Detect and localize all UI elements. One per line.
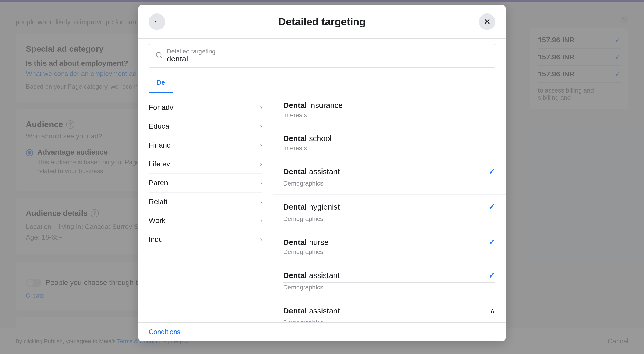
result-title: Dental nurse	[283, 237, 328, 247]
modal-backdrop: ← Detailed targeting ✕ Detailed targetin…	[0, 0, 644, 354]
sidebar-category-item[interactable]: For adv›	[149, 98, 262, 117]
result-title: Dental assistant	[283, 306, 340, 316]
chevron-up-icon: ∧	[490, 306, 495, 315]
svg-line-1	[160, 56, 162, 58]
check-mark-icon: ✓	[488, 202, 495, 212]
result-category: Demographics	[283, 180, 495, 187]
result-item[interactable]: Dental assistant✓Demographics	[273, 263, 506, 298]
modal-close-button[interactable]: ✕	[479, 13, 495, 30]
modal-search-container: Detailed targeting dental	[138, 39, 506, 73]
close-icon: ✕	[484, 17, 491, 27]
result-title: Dental school	[283, 133, 332, 143]
result-title: Dental hygienist	[283, 202, 340, 212]
sidebar-category-item[interactable]: Financ›	[149, 136, 262, 155]
result-item[interactable]: Dental nurse✓Demographics	[273, 230, 506, 263]
result-category: Demographics	[283, 248, 495, 256]
modal-right-panel: Dental insuranceInterestsDental schoolIn…	[273, 93, 506, 322]
result-title: Dental assistant	[283, 166, 340, 176]
modal-split: For adv›Educa›Financ›Life ev›Paren›Relat…	[138, 93, 506, 322]
modal-tabs: De	[138, 73, 506, 93]
check-mark-icon: ✓	[488, 167, 495, 176]
result-category: Demographics	[283, 284, 495, 291]
detailed-targeting-modal: ← Detailed targeting ✕ Detailed targetin…	[138, 5, 506, 341]
search-icon	[155, 51, 163, 60]
result-category: Interests	[283, 111, 495, 119]
sidebar-category-item[interactable]: Relati›	[149, 193, 262, 211]
conditions-footer[interactable]: Conditions	[138, 322, 506, 341]
modal-title: Detailed targeting	[165, 16, 479, 28]
result-title: Dental insurance	[283, 100, 343, 110]
result-category: Demographics	[283, 215, 495, 222]
sidebar-category-item[interactable]: Indu›	[149, 230, 262, 249]
sidebar-category-item[interactable]: Work›	[149, 211, 262, 230]
tab-detailed[interactable]: De	[149, 73, 173, 93]
result-item[interactable]: Dental hygienist✓Demographics	[273, 195, 506, 230]
result-item[interactable]: Dental schoolInterests	[273, 126, 506, 159]
search-label: Detailed targeting	[167, 48, 215, 55]
result-item[interactable]: Dental assistant✓Demographics	[273, 159, 506, 195]
back-arrow-icon: ←	[153, 18, 161, 26]
check-mark-icon: ✓	[488, 237, 495, 247]
category-list: For adv›Educa›Financ›Life ev›Paren›Relat…	[138, 93, 273, 254]
modal-back-button[interactable]: ←	[149, 13, 165, 30]
result-category: Demographics	[283, 319, 495, 322]
sidebar-category-item[interactable]: Life ev›	[149, 155, 262, 174]
result-title: Dental assistant	[283, 270, 340, 280]
sidebar-category-item[interactable]: Paren›	[149, 174, 262, 193]
result-item[interactable]: Dental assistant∧Demographics	[273, 298, 506, 322]
modal-header: ← Detailed targeting ✕	[138, 5, 506, 39]
check-mark-icon: ✓	[488, 271, 495, 280]
result-category: Interests	[283, 144, 495, 152]
result-item[interactable]: Dental insuranceInterests	[273, 93, 506, 126]
modal-left-panel: For adv›Educa›Financ›Life ev›Paren›Relat…	[138, 93, 273, 322]
search-input[interactable]: dental	[167, 55, 188, 63]
sidebar-category-item[interactable]: Educa›	[149, 117, 262, 136]
search-box[interactable]: Detailed targeting dental	[149, 44, 495, 68]
